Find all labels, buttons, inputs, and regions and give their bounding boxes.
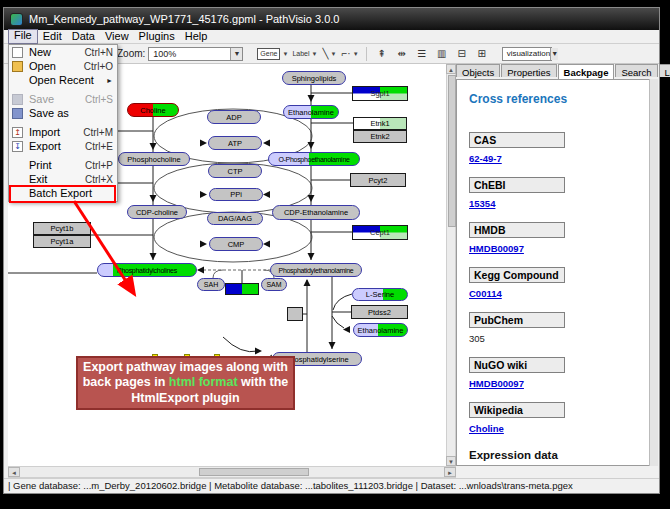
canvas-vertical-scrollbar[interactable]: ▲ ▼ bbox=[446, 64, 456, 466]
tab-legend[interactable]: Legend bbox=[659, 64, 670, 77]
stack-horizontal-button[interactable]: ▥ bbox=[434, 46, 450, 62]
open-folder-icon bbox=[12, 61, 23, 72]
panel-scrollbar[interactable] bbox=[649, 79, 658, 466]
file-menu-popup: NewCtrl+N OpenCtrl+O Open Recent► SaveCt… bbox=[8, 44, 118, 202]
node-ethanolamine[interactable]: Ethanolamine bbox=[283, 105, 339, 119]
menu-item-import[interactable]: ↥ImportCtrl+M bbox=[9, 125, 117, 139]
chevron-down-icon: ▼ bbox=[282, 51, 288, 57]
new-connector-button[interactable]: ⌐·▼ bbox=[342, 46, 359, 62]
window-title: Mm_Kennedy_pathway_WP1771_45176.gpml - P… bbox=[29, 13, 339, 25]
xref-source-nugo: NuGO wiki bbox=[469, 357, 565, 373]
menu-item-open-recent[interactable]: Open Recent► bbox=[9, 73, 117, 87]
stack-vertical-button[interactable]: ☰ bbox=[414, 46, 430, 62]
new-line-button[interactable]: ╲▼ bbox=[322, 46, 338, 62]
xref-link-nugo[interactable]: HMDB00097 bbox=[469, 378, 524, 389]
zoom-label: Zoom: bbox=[117, 48, 145, 59]
menu-item-export[interactable]: ↧ExportCtrl+E bbox=[9, 139, 117, 153]
tab-search[interactable]: Search bbox=[615, 64, 657, 77]
menu-item-print[interactable]: PrintCtrl+P bbox=[9, 158, 117, 172]
node-dag-aag[interactable]: DAG/AAG bbox=[207, 212, 263, 225]
node-ppi[interactable]: PPi bbox=[209, 188, 263, 201]
node-ctp[interactable]: CTP bbox=[208, 164, 262, 178]
backpage-panel: Cross references CAS 62-49-7 ChEBI 15354… bbox=[456, 79, 650, 466]
canvas-horizontal-scrollbar[interactable]: ◄ ► bbox=[8, 466, 456, 478]
node-cdp-choline[interactable]: CDP-choline bbox=[127, 205, 187, 219]
menu-item-open[interactable]: OpenCtrl+O bbox=[9, 59, 117, 73]
scroll-right-icon[interactable]: ► bbox=[444, 467, 456, 477]
node-sphingolipids[interactable]: Sphingolipids bbox=[282, 71, 346, 85]
node-choline[interactable]: Choline bbox=[127, 103, 179, 117]
node-sam[interactable]: SAM bbox=[261, 278, 287, 291]
node-pemt[interactable] bbox=[225, 283, 259, 295]
node-etnk1[interactable]: Etnk1 bbox=[353, 117, 407, 130]
node-l-serine[interactable]: L-Serine bbox=[352, 288, 408, 301]
stack-vertical-icon: ☰ bbox=[417, 48, 426, 59]
scroll-down-icon[interactable]: ▼ bbox=[446, 456, 456, 466]
horizontal-scroll-thumb[interactable] bbox=[199, 468, 309, 476]
node-o-phosphoethanolamine[interactable]: O-Phosphoethanolamine bbox=[268, 152, 360, 166]
xref-link-hmdb[interactable]: HMDB00097 bbox=[469, 243, 524, 254]
chevron-down-icon[interactable]: ▼ bbox=[230, 48, 242, 60]
title-bar: Mm_Kennedy_pathway_WP1771_45176.gpml - P… bbox=[4, 8, 659, 30]
import-icon: ↥ bbox=[12, 127, 23, 138]
tab-objects[interactable]: Objects bbox=[456, 64, 500, 77]
chevron-down-icon[interactable]: ▼ bbox=[550, 48, 558, 60]
node-sgpl1[interactable]: Sgpl1 bbox=[352, 86, 408, 101]
xref-link-wikipedia[interactable]: Choline bbox=[469, 423, 504, 434]
new-label-button[interactable]: Label▼ bbox=[292, 46, 317, 62]
node-atp[interactable]: ATP bbox=[208, 136, 262, 150]
menu-plugins[interactable]: Plugins bbox=[134, 30, 180, 43]
scroll-up-icon[interactable]: ▲ bbox=[446, 64, 456, 74]
node-cdp-ethanolamine[interactable]: CDP-Ethanolamine bbox=[272, 205, 360, 220]
node-ethanolamine-2[interactable]: Ethanolamine bbox=[353, 323, 408, 337]
highlighted-text: html format bbox=[169, 375, 238, 389]
chevron-down-icon: ▼ bbox=[312, 51, 318, 57]
expression-data-heading: Expression data bbox=[469, 449, 649, 461]
node-pcyt1b[interactable]: Pcyt1b bbox=[33, 222, 91, 235]
xref-value-pubchem: 305 bbox=[469, 333, 485, 344]
node-ptdss2[interactable]: Ptdss2 bbox=[351, 305, 408, 319]
save-icon bbox=[12, 94, 23, 105]
node-pcyt1a[interactable]: Pcyt1a bbox=[33, 235, 91, 248]
align-center-button[interactable]: ⇞ bbox=[374, 46, 390, 62]
node-phosphocholine[interactable]: Phosphocholine bbox=[118, 152, 190, 166]
xref-source-wikipedia: Wikipedia bbox=[469, 402, 565, 418]
menu-data[interactable]: Data bbox=[67, 30, 100, 43]
submenu-arrow-icon: ► bbox=[106, 77, 113, 84]
menu-help[interactable]: Help bbox=[180, 30, 213, 43]
menu-item-new[interactable]: NewCtrl+N bbox=[9, 45, 117, 59]
node-sah[interactable]: SAH bbox=[197, 278, 225, 291]
menu-file[interactable]: File bbox=[8, 29, 38, 44]
node-pcyt2[interactable]: Pcyt2 bbox=[350, 173, 406, 187]
menu-item-save-as[interactable]: Save as bbox=[9, 106, 117, 120]
tab-backpage[interactable]: Backpage bbox=[558, 64, 615, 79]
xref-link-cas[interactable]: 62-49-7 bbox=[469, 153, 502, 164]
menu-item-save[interactable]: SaveCtrl+S bbox=[9, 92, 117, 106]
align-middle-icon: ⇹ bbox=[397, 48, 405, 59]
status-text: | Gene database: ...m_Derby_20120602.bri… bbox=[8, 480, 573, 491]
distribute-vertical-button[interactable]: ⊞ bbox=[474, 46, 490, 62]
new-datanode-button[interactable]: Gene▼ bbox=[257, 46, 288, 62]
menu-edit[interactable]: Edit bbox=[38, 30, 67, 43]
vertical-scroll-thumb[interactable] bbox=[448, 75, 456, 227]
align-middle-button[interactable]: ⇹ bbox=[394, 46, 410, 62]
menu-item-exit[interactable]: ExitCtrl+X bbox=[9, 172, 117, 186]
toolbar-separator bbox=[366, 47, 367, 61]
node-phosphatidylcholines[interactable]: Phosphatidylcholines bbox=[97, 263, 197, 277]
node-pisd[interactable] bbox=[287, 307, 303, 321]
node-etnk2[interactable]: Etnk2 bbox=[353, 130, 407, 143]
xref-link-kegg[interactable]: C00114 bbox=[469, 288, 502, 299]
node-cmp[interactable]: CMP bbox=[209, 237, 263, 251]
node-phosphatidylethanolamine[interactable]: Phosphatidylethanolamine bbox=[270, 263, 362, 277]
new-file-icon bbox=[12, 47, 23, 58]
tab-properties[interactable]: Properties bbox=[501, 64, 556, 77]
distribute-horizontal-button[interactable]: ⊟ bbox=[454, 46, 470, 62]
visualization-combobox[interactable]: visualization▼ bbox=[502, 47, 552, 61]
scroll-left-icon[interactable]: ◄ bbox=[8, 467, 20, 477]
menu-view[interactable]: View bbox=[100, 30, 134, 43]
xref-link-chebi[interactable]: 15354 bbox=[469, 198, 495, 209]
menu-bar: File Edit Data View Plugins Help bbox=[4, 30, 659, 44]
zoom-combobox[interactable]: 100%▼ bbox=[148, 47, 243, 61]
node-adp[interactable]: ADP bbox=[207, 110, 261, 124]
node-cept1[interactable]: Cept1 bbox=[352, 225, 408, 240]
